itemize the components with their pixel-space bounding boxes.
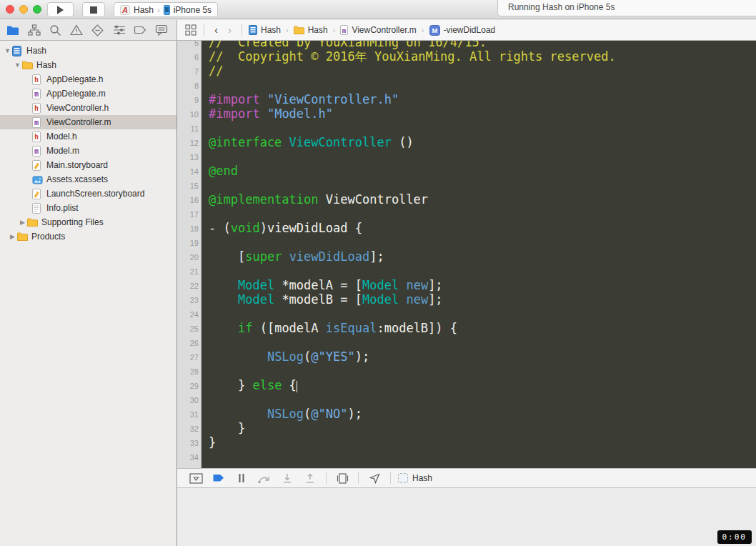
stop-button[interactable] bbox=[82, 2, 105, 17]
line-number[interactable]: 21 bbox=[177, 264, 199, 279]
line-number[interactable]: 11 bbox=[177, 121, 199, 136]
sidebar-item-main-storyboard[interactable]: Main.storyboard bbox=[0, 158, 176, 172]
issue-navigator-tab[interactable] bbox=[69, 23, 84, 37]
line-number[interactable]: 7 bbox=[177, 64, 199, 79]
code-line-26[interactable]: 26 bbox=[177, 335, 756, 349]
back-button[interactable]: ‹ bbox=[209, 25, 223, 35]
line-number[interactable]: 32 bbox=[177, 422, 199, 436]
sidebar-item-info-plist[interactable]: Info.plist bbox=[0, 201, 176, 215]
code-line-7[interactable]: 7// bbox=[177, 64, 756, 78]
disclosure-triangle-icon[interactable]: ▼ bbox=[3, 47, 12, 54]
breadcrumb-file[interactable]: m ViewController.m bbox=[339, 25, 417, 35]
code-line-33[interactable]: 33} bbox=[177, 435, 756, 450]
disclosure-triangle-icon[interactable]: ▼ bbox=[13, 61, 22, 69]
view-debugger-button[interactable] bbox=[331, 473, 354, 484]
source-editor[interactable]: 5// Created by YouXianMing on 16/4/15.6/… bbox=[177, 41, 756, 468]
line-number[interactable]: 31 bbox=[177, 407, 199, 422]
scheme-selector[interactable]: A Hash › iPhone 5s bbox=[114, 2, 218, 17]
code-line-22[interactable]: 22 Model *modelA = [Model new]; bbox=[177, 278, 756, 292]
sidebar-item-products[interactable]: ▶Products bbox=[0, 229, 176, 244]
line-number[interactable]: 23 bbox=[177, 293, 199, 307]
line-number[interactable]: 18 bbox=[177, 222, 199, 236]
breakpoint-navigator-tab[interactable] bbox=[132, 23, 148, 37]
line-number[interactable]: 15 bbox=[177, 179, 199, 193]
code-line-27[interactable]: 27 NSLog(@"YES"); bbox=[177, 349, 756, 364]
sidebar-item-assets-xcassets[interactable]: Assets.xcassets bbox=[0, 172, 176, 187]
code-line-17[interactable]: 17 bbox=[177, 207, 756, 221]
line-number[interactable]: 22 bbox=[177, 279, 199, 293]
line-number[interactable]: 6 bbox=[177, 50, 199, 64]
sidebar-item-supporting-files[interactable]: ▶Supporting Files bbox=[0, 215, 176, 229]
code-line-31[interactable]: 31 NSLog(@"NO"); bbox=[177, 407, 756, 421]
code-line-13[interactable]: 13 bbox=[177, 149, 756, 164]
code-line-11[interactable]: 11 bbox=[177, 121, 756, 135]
line-number[interactable]: 27 bbox=[177, 350, 199, 364]
sidebar-item-model-m[interactable]: mModel.m bbox=[0, 144, 176, 158]
code-line-10[interactable]: 10#import "Model.h" bbox=[177, 106, 756, 121]
sidebar-item-appdelegate-m[interactable]: mAppDelegate.m bbox=[0, 86, 176, 101]
code-line-24[interactable]: 24 bbox=[177, 307, 756, 321]
minimize-window-button[interactable] bbox=[19, 5, 28, 14]
forward-button[interactable]: › bbox=[223, 25, 237, 35]
line-number[interactable]: 34 bbox=[177, 450, 199, 465]
line-number[interactable]: 26 bbox=[177, 336, 199, 350]
line-number[interactable]: 10 bbox=[177, 107, 199, 121]
process-selector[interactable]: Hash bbox=[398, 473, 432, 483]
code-line-15[interactable]: 15 bbox=[177, 178, 756, 192]
step-into-button[interactable] bbox=[276, 473, 299, 484]
line-number[interactable]: 14 bbox=[177, 164, 199, 179]
step-over-button[interactable] bbox=[253, 474, 276, 483]
line-number[interactable]: 25 bbox=[177, 322, 199, 336]
line-number[interactable]: 12 bbox=[177, 136, 199, 150]
code-line-20[interactable]: 20 [super viewDidLoad]; bbox=[177, 249, 756, 264]
breadcrumb-group[interactable]: Hash bbox=[292, 25, 329, 35]
symbol-navigator-tab[interactable] bbox=[26, 23, 42, 37]
debug-console-area[interactable] bbox=[178, 488, 756, 546]
line-number[interactable]: 24 bbox=[177, 307, 199, 322]
sidebar-item-launchscreen-storyboard[interactable]: LaunchScreen.storyboard bbox=[0, 187, 176, 201]
line-number[interactable]: 9 bbox=[177, 93, 199, 107]
sidebar-item-viewcontroller-h[interactable]: hViewController.h bbox=[0, 101, 176, 115]
sidebar-item-model-h[interactable]: hModel.h bbox=[0, 129, 176, 144]
related-items-button[interactable] bbox=[183, 23, 199, 37]
code-line-12[interactable]: 12@interface ViewController () bbox=[177, 135, 756, 149]
sidebar-item-appdelegate-h[interactable]: hAppDelegate.h bbox=[0, 72, 176, 86]
disclosure-triangle-icon[interactable]: ▶ bbox=[8, 233, 17, 240]
line-number[interactable]: 33 bbox=[177, 436, 199, 450]
breakpoints-toggle-button[interactable] bbox=[207, 474, 230, 482]
code-line-29[interactable]: 29 } else { bbox=[177, 378, 756, 392]
code-line-23[interactable]: 23 Model *modelB = [Model new]; bbox=[177, 292, 756, 307]
line-number[interactable]: 13 bbox=[177, 150, 199, 164]
code-line-14[interactable]: 14@end bbox=[177, 164, 756, 178]
line-number[interactable]: 8 bbox=[177, 79, 199, 93]
code-line-9[interactable]: 9#import "ViewController.h" bbox=[177, 92, 756, 106]
debug-navigator-tab[interactable] bbox=[111, 23, 127, 37]
breadcrumb-method[interactable]: M -viewDidLoad bbox=[428, 25, 497, 36]
close-window-button[interactable] bbox=[6, 5, 14, 14]
find-navigator-tab[interactable] bbox=[47, 23, 63, 37]
pause-button[interactable] bbox=[230, 473, 253, 483]
sidebar-item-hash[interactable]: ▼Hash bbox=[0, 44, 176, 58]
code-line-21[interactable]: 21 bbox=[177, 264, 756, 278]
code-line-8[interactable]: 8 bbox=[177, 78, 756, 92]
project-navigator-tab[interactable] bbox=[5, 23, 21, 37]
disclosure-triangle-icon[interactable]: ▶ bbox=[18, 219, 27, 226]
simulate-location-button[interactable] bbox=[363, 473, 386, 484]
test-navigator-tab[interactable] bbox=[90, 23, 106, 37]
sidebar-item-hash[interactable]: ▼Hash bbox=[0, 58, 176, 72]
line-number[interactable]: 29 bbox=[177, 379, 199, 393]
line-number[interactable]: 20 bbox=[177, 250, 199, 264]
code-line-19[interactable]: 19 bbox=[177, 235, 756, 249]
run-button[interactable] bbox=[47, 2, 74, 17]
code-line-30[interactable]: 30 bbox=[177, 392, 756, 407]
code-line-18[interactable]: 18- (void)viewDidLoad { bbox=[177, 221, 756, 235]
code-line-16[interactable]: 16@implementation ViewController bbox=[177, 192, 756, 207]
code-line-5[interactable]: 5// Created by YouXianMing on 16/4/15. bbox=[177, 41, 756, 49]
zoom-window-button[interactable] bbox=[33, 5, 41, 14]
code-line-28[interactable]: 28 bbox=[177, 364, 756, 378]
report-navigator-tab[interactable] bbox=[154, 23, 169, 37]
line-number[interactable]: 30 bbox=[177, 393, 199, 407]
step-out-button[interactable] bbox=[299, 473, 322, 484]
sidebar-item-viewcontroller-m[interactable]: mViewController.m bbox=[0, 115, 176, 129]
code-line-25[interactable]: 25 if ([modelA isEqual:modelB]) { bbox=[177, 321, 756, 335]
